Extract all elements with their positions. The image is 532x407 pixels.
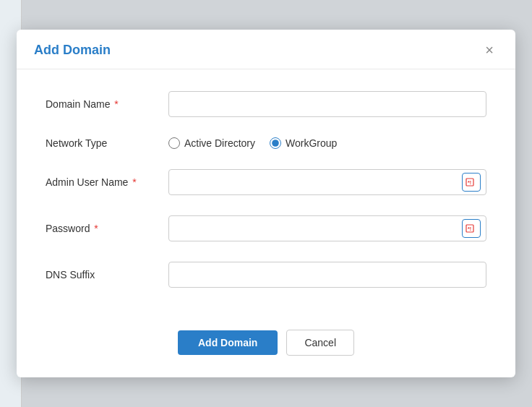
admin-user-name-icon[interactable]: *! xyxy=(462,173,481,192)
radio-active-directory[interactable]: Active Directory xyxy=(168,137,255,149)
domain-name-row: Domain Name * xyxy=(46,91,486,117)
admin-user-name-row: Admin User Name * *! xyxy=(46,169,486,195)
modal-overlay: Add Domain × Domain Name * Network Type … xyxy=(0,0,532,407)
radio-workgroup-input[interactable] xyxy=(270,137,281,149)
password-row: Password * *! xyxy=(46,215,486,241)
password-input[interactable] xyxy=(168,215,486,241)
add-domain-modal: Add Domain × Domain Name * Network Type … xyxy=(17,30,515,377)
modal-header: Add Domain × xyxy=(17,30,515,69)
modal-footer: Add Domain Cancel xyxy=(17,322,515,377)
admin-user-name-field-wrapper: *! xyxy=(168,169,486,195)
modal-title: Add Domain xyxy=(34,43,111,58)
admin-user-name-input[interactable] xyxy=(168,169,486,195)
dns-suffix-label: DNS Suffix xyxy=(46,269,168,280)
radio-active-directory-input[interactable] xyxy=(168,137,180,149)
dns-suffix-row: DNS Suffix xyxy=(46,262,486,288)
password-icon[interactable]: *! xyxy=(462,219,481,238)
close-button[interactable]: × xyxy=(481,41,498,59)
radio-workgroup[interactable]: WorkGroup xyxy=(270,137,337,149)
password-label: Password * xyxy=(46,223,168,234)
cancel-button[interactable]: Cancel xyxy=(286,330,354,356)
svg-text:*!: *! xyxy=(468,180,471,185)
required-star-admin: * xyxy=(129,176,136,188)
network-type-label: Network Type xyxy=(46,137,168,149)
domain-name-label: Domain Name * xyxy=(46,98,168,110)
radio-workgroup-label: WorkGroup xyxy=(286,137,337,149)
dns-suffix-input[interactable] xyxy=(168,262,486,288)
domain-name-input[interactable] xyxy=(168,91,486,117)
network-type-row: Network Type Active Directory WorkGroup xyxy=(46,137,486,149)
required-star-password: * xyxy=(91,223,98,234)
network-type-radio-group: Active Directory WorkGroup xyxy=(168,137,337,149)
svg-text:*!: *! xyxy=(468,226,471,231)
password-field-wrapper: *! xyxy=(168,215,486,241)
admin-user-name-label: Admin User Name * xyxy=(46,176,168,188)
radio-active-directory-label: Active Directory xyxy=(184,137,255,149)
required-star: * xyxy=(111,98,118,110)
add-domain-button[interactable]: Add Domain xyxy=(178,330,278,355)
modal-body: Domain Name * Network Type Active Direct… xyxy=(17,69,515,322)
